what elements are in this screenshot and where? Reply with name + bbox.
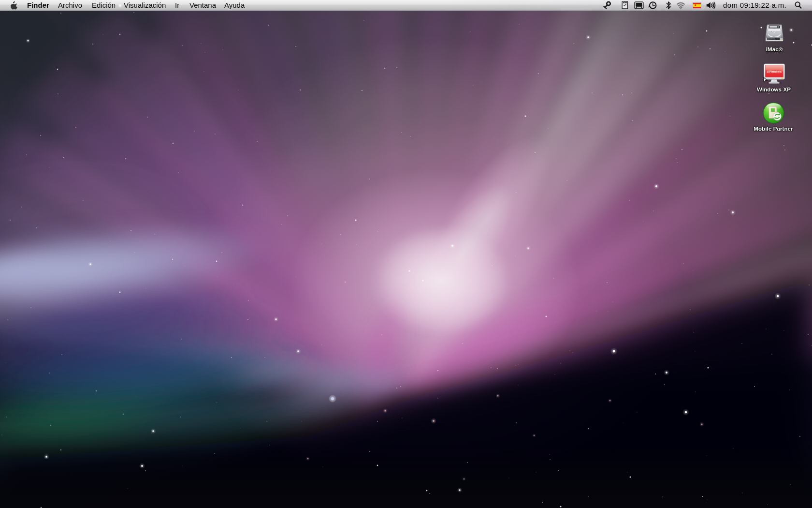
svg-text:|| Parallels: || Parallels <box>767 70 782 73</box>
